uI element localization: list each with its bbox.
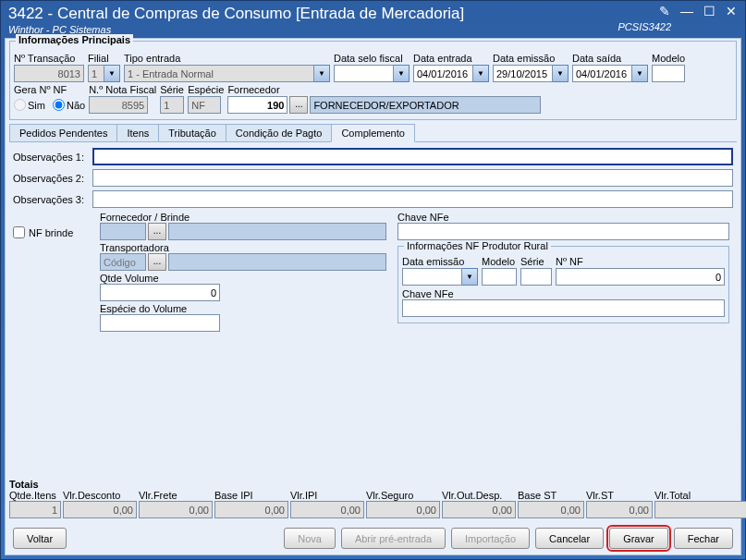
tab-tributacao[interactable]: Tributação <box>158 124 226 141</box>
tab-itens[interactable]: Itens <box>116 124 159 141</box>
fechar-button[interactable]: Fechar <box>674 528 733 549</box>
serie-label: Série <box>160 84 184 95</box>
ipi-label: Vlr.IPI <box>290 490 364 501</box>
fornecedor-browse-button[interactable]: ... <box>289 96 308 114</box>
main-info-fieldset: Informações Principais Nº Transação Fili… <box>9 41 737 120</box>
fornecedor-name-input[interactable] <box>310 96 541 114</box>
obs1-input[interactable] <box>92 148 733 165</box>
nova-button: Nova <box>284 528 336 549</box>
rural-emissao-dropdown-icon[interactable]: ▼ <box>462 268 478 286</box>
out-desp-label: Vlr.Out.Desp. <box>442 490 516 501</box>
desconto-input <box>63 501 137 518</box>
button-bar: Voltar Nova Abrir pré-entrada Importação… <box>9 526 737 553</box>
titlebar: 3422 - Central de Compras de Consumo [En… <box>1 1 745 38</box>
rural-modelo-input[interactable] <box>482 268 517 286</box>
transacao-label: Nº Transação <box>14 53 84 64</box>
data-entrada-input[interactable] <box>413 65 473 82</box>
obs2-input[interactable] <box>92 169 733 187</box>
rural-serie-label: Série <box>520 256 552 267</box>
obs2-label: Observações 2: <box>13 173 89 184</box>
base-st-label: Base ST <box>518 490 584 501</box>
seguro-input <box>366 501 440 518</box>
base-ipi-input <box>214 501 288 518</box>
gera-nf-sim-radio <box>14 99 26 111</box>
minimize-icon[interactable]: — <box>679 5 695 19</box>
rural-nf-input[interactable] <box>556 268 725 286</box>
st-input <box>586 501 653 518</box>
cancelar-button[interactable]: Cancelar <box>535 528 604 549</box>
tab-complemento[interactable]: Complemento <box>331 124 414 142</box>
modelo-label: Modelo <box>652 53 685 64</box>
totais-legend: Totais <box>9 479 737 490</box>
rural-emissao-label: Data emissão <box>402 256 478 267</box>
rural-fieldset: Informações NF Produtor Rural Data emiss… <box>397 246 729 323</box>
fornecedor-code-input[interactable] <box>227 96 287 114</box>
data-emissao-label: Data emissão <box>493 53 569 64</box>
qtde-itens-input <box>9 501 61 518</box>
modelo-input[interactable] <box>652 65 685 82</box>
data-emissao-input[interactable] <box>493 65 553 82</box>
main-window: 3422 - Central de Compras de Consumo [En… <box>0 0 746 560</box>
voltar-button[interactable]: Voltar <box>13 528 67 549</box>
data-selo-dropdown-icon[interactable]: ▼ <box>394 65 410 82</box>
rural-chave-input[interactable] <box>402 299 725 317</box>
frete-label: Vlr.Frete <box>139 490 213 501</box>
base-st-input <box>518 501 584 518</box>
content-area: Informações Principais Nº Transação Fili… <box>5 38 741 555</box>
sim-label: Sim <box>28 100 45 111</box>
maximize-icon[interactable]: ☐ <box>701 5 717 19</box>
nao-label: Não <box>67 100 85 111</box>
brinde-name-input <box>168 223 386 240</box>
gera-nf-nao-radio[interactable] <box>53 99 65 111</box>
complemento-panel: Observações 1: Observações 2: Observaçõe… <box>9 142 737 479</box>
data-saida-dropdown-icon[interactable]: ▼ <box>632 65 648 82</box>
obs3-label: Observações 3: <box>13 194 89 205</box>
data-selo-input[interactable] <box>334 65 394 82</box>
data-saida-input[interactable] <box>572 65 632 82</box>
chave-nfe-label: Chave NFe <box>397 212 729 223</box>
chave-nfe-input[interactable] <box>397 223 729 240</box>
brinde-code-input <box>100 223 146 240</box>
tab-condicao-pagto[interactable]: Condição de Pagto <box>226 124 333 141</box>
qtde-volume-input[interactable] <box>100 284 220 301</box>
total-label: Vlr.Total <box>654 490 746 501</box>
transp-name-input <box>168 253 386 271</box>
transp-browse-button[interactable]: ... <box>148 253 166 271</box>
data-entrada-label: Data entrada <box>413 53 489 64</box>
data-emissao-dropdown-icon[interactable]: ▼ <box>553 65 569 82</box>
rural-modelo-label: Modelo <box>482 256 517 267</box>
seguro-label: Vlr.Seguro <box>366 490 440 501</box>
tipo-entrada-input <box>124 65 314 82</box>
gera-nf-label: Gera Nº NF <box>14 84 85 95</box>
window-title: 3422 - Central de Compras de Consumo [En… <box>8 5 738 23</box>
especie-label: Espécie <box>188 84 224 95</box>
especie-volume-input[interactable] <box>100 314 220 332</box>
rural-emissao-input[interactable] <box>402 268 462 286</box>
out-desp-input <box>442 501 516 518</box>
obs3-input[interactable] <box>92 190 733 208</box>
total-input <box>654 501 746 518</box>
desconto-label: Vlr.Desconto <box>63 490 137 501</box>
especie-volume-label: Espécie do Volume <box>100 303 386 314</box>
brinde-browse-button[interactable]: ... <box>148 223 166 240</box>
importacao-button: Importação <box>451 528 530 549</box>
data-entrada-dropdown-icon[interactable]: ▼ <box>473 65 489 82</box>
rural-serie-input[interactable] <box>520 268 552 286</box>
ipi-input <box>290 501 364 518</box>
transacao-input <box>14 65 84 82</box>
gravar-button[interactable]: Gravar <box>609 528 668 549</box>
especie-input <box>188 96 221 114</box>
frete-input <box>139 501 213 518</box>
close-icon[interactable]: ✕ <box>723 5 740 19</box>
nota-fiscal-input <box>89 96 148 114</box>
tab-pedidos-pendentes[interactable]: Pedidos Pendentes <box>9 124 117 141</box>
rural-legend: Informações NF Produtor Rural <box>404 240 551 251</box>
edit-icon[interactable]: ✎ <box>656 5 673 19</box>
tipo-entrada-dropdown-icon[interactable]: ▼ <box>314 65 330 82</box>
fornecedor-brinde-label: Fornecedor / Brinde <box>100 212 386 223</box>
filial-dropdown-icon[interactable]: ▼ <box>104 65 120 82</box>
nf-brinde-checkbox[interactable] <box>13 226 25 238</box>
rural-nf-label: Nº NF <box>556 256 725 267</box>
tipo-entrada-label: Tipo entrada <box>124 53 330 64</box>
st-label: Vlr.ST <box>586 490 653 501</box>
